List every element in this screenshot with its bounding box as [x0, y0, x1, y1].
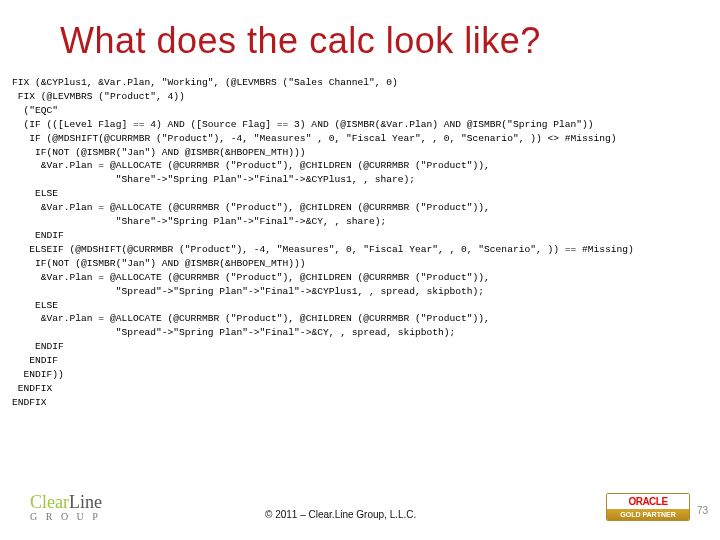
footer: Clear Line G R O U P © 2011 – Clear.Line… [30, 492, 690, 522]
slide: What does the calc look like? FIX (&CYPl… [0, 0, 720, 540]
page-number: 73 [697, 505, 708, 516]
logo-group-text: G R O U P [30, 511, 101, 522]
slide-title: What does the calc look like? [30, 20, 690, 62]
copyright-text: © 2011 – Clear.Line Group, L.L.C. [265, 509, 416, 520]
oracle-top-text: ORACLE [607, 494, 689, 509]
logo-line-text: Line [69, 492, 102, 513]
logo-clear-text: Clear [30, 492, 69, 513]
clearline-logo: Clear Line G R O U P [30, 492, 102, 522]
code-block: FIX (&CYPlus1, &Var.Plan, "Working", (@L… [12, 76, 690, 410]
oracle-bot-text: GOLD PARTNER [607, 509, 689, 520]
oracle-badge: ORACLE GOLD PARTNER [606, 493, 690, 521]
clearline-wordmark: Clear Line [30, 492, 102, 513]
